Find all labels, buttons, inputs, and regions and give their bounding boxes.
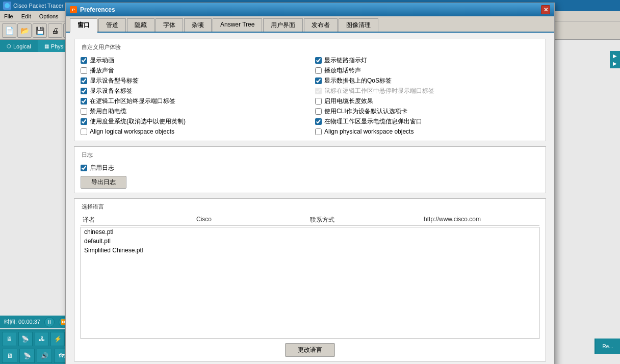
cb-metric-input[interactable]: [81, 118, 87, 125]
dialog-title-left: P Preferences: [70, 6, 115, 13]
cb-cable-popup-input[interactable]: [315, 118, 322, 125]
log-section: 日志 启用日志 导出日志: [74, 146, 546, 193]
lang-col-cisco: Cisco: [196, 216, 310, 224]
cb-cable-popup-label[interactable]: 在物理工作区显示电缆信息弹出窗口: [324, 117, 422, 126]
cb-port-label-always-label[interactable]: 在逻辑工作区始终显示端口标签: [90, 97, 175, 106]
cb-link-lights-label[interactable]: 显示链路指示灯: [324, 56, 367, 65]
language-label: 选择语言: [81, 203, 539, 211]
cb-port-label-always: 在逻辑工作区始终显示端口标签: [81, 96, 305, 106]
dialog-title: Preferences: [80, 6, 115, 13]
language-section: 选择语言 译者 Cisco 联系方式 http://www.cisco.com …: [74, 198, 546, 361]
cb-align-physical-label[interactable]: Align physical workspace objects: [324, 128, 414, 135]
change-language-button[interactable]: 更改语言: [285, 343, 335, 357]
cb-device-model-input[interactable]: [81, 77, 87, 84]
lang-col-contact: 联系方式: [310, 216, 424, 224]
cb-device-model: 显示设备型号标签: [81, 75, 305, 86]
cb-play-sound: 播放声音: [81, 65, 305, 75]
lang-col-url: http://www.cisco.com: [424, 216, 537, 224]
lang-item-chinese[interactable]: chinese.ptl: [81, 227, 539, 237]
cb-qos-tag-input[interactable]: [315, 77, 322, 84]
tab-user-interface[interactable]: 用户界面: [263, 18, 303, 32]
cb-align-logical-label[interactable]: Align logical workspace objects: [90, 128, 174, 135]
cb-cable-popup: 在物理工作区显示电缆信息弹出窗口: [315, 116, 539, 126]
cb-metric-label[interactable]: 使用度量系统(取消选中以使用英制): [90, 117, 186, 126]
lang-item-default[interactable]: default.ptl: [81, 237, 539, 246]
cb-hover-port: 鼠标在逻辑工作区中悬停时显示端口标签: [315, 86, 539, 96]
checkbox-grid: 显示动画 播放声音 显示设备型号标签 显示设备名标签: [81, 55, 539, 137]
dialog-icon: P: [70, 6, 77, 13]
cb-disable-cable-input[interactable]: [81, 108, 87, 115]
dialog-close-button[interactable]: ✕: [541, 5, 550, 14]
cb-play-sound-input[interactable]: [81, 67, 87, 74]
cb-play-sound-label[interactable]: 播放声音: [90, 66, 114, 75]
cb-device-name: 显示设备名标签: [81, 86, 305, 96]
tab-image-clear[interactable]: 图像清理: [339, 18, 378, 32]
cb-align-logical: Align logical workspace objects: [81, 126, 305, 137]
cb-disable-cable: 禁用自助电缆: [81, 106, 305, 116]
tab-publisher[interactable]: 发布者: [304, 18, 338, 32]
cb-cable-length-label[interactable]: 启用电缆长度效果: [324, 97, 373, 106]
cb-link-lights: 显示链路指示灯: [315, 55, 539, 65]
cb-enable-log-label[interactable]: 启用日志: [90, 164, 114, 172]
tab-pipe[interactable]: 管道: [98, 18, 126, 32]
cb-cli-default-label[interactable]: 使用CLI作为设备默认认选项卡: [324, 107, 407, 116]
cb-cli-default: 使用CLI作为设备默认认选项卡: [315, 106, 539, 116]
cb-phone-ring: 播放电话铃声: [315, 65, 539, 75]
cb-hover-port-label: 鼠标在逻辑工作区中悬停时显示端口标签: [324, 87, 434, 95]
export-log-button[interactable]: 导出日志: [81, 176, 126, 189]
cb-enable-log: 启用日志: [81, 163, 539, 173]
cb-show-animation-label[interactable]: 显示动画: [90, 56, 114, 65]
cb-cli-default-input[interactable]: [315, 108, 322, 115]
dialog-overlay: P Preferences ✕ 窗口 管道 隐藏 字体 杂项 Answer Tr…: [0, 0, 620, 364]
dialog-tabs: 窗口 管道 隐藏 字体 杂项 Answer Tree 用户界面 发布者 图像清理: [66, 16, 554, 33]
cb-metric: 使用度量系统(取消选中以使用英制): [81, 116, 305, 126]
checkbox-col-right: 显示链路指示灯 播放电话铃声 显示数据包上的QoS标签 鼠标在逻辑工作: [315, 55, 539, 137]
tab-answer-tree[interactable]: Answer Tree: [213, 18, 262, 32]
tab-font[interactable]: 字体: [156, 18, 183, 32]
cb-disable-cable-label[interactable]: 禁用自助电缆: [90, 107, 126, 116]
tab-window[interactable]: 窗口: [70, 18, 97, 33]
preferences-dialog: P Preferences ✕ 窗口 管道 隐藏 字体 杂项 Answer Tr…: [65, 3, 555, 364]
dialog-content: 自定义用户体验 显示动画 播放声音: [66, 33, 554, 364]
cb-phone-ring-input[interactable]: [315, 67, 322, 74]
dialog-titlebar: P Preferences ✕: [66, 3, 554, 16]
cb-enable-log-input[interactable]: [81, 165, 87, 171]
cb-device-model-label[interactable]: 显示设备型号标签: [90, 76, 139, 85]
cb-show-animation: 显示动画: [81, 55, 305, 65]
lang-item-simplified-chinese[interactable]: Simplified Chinese.ptl: [81, 246, 539, 255]
cb-show-animation-input[interactable]: [81, 57, 87, 64]
cb-phone-ring-label[interactable]: 播放电话铃声: [324, 66, 361, 75]
cb-align-logical-input[interactable]: [81, 128, 87, 135]
checkbox-col-left: 显示动画 播放声音 显示设备型号标签 显示设备名标签: [81, 55, 305, 137]
cb-port-label-always-input[interactable]: [81, 98, 87, 105]
cb-link-lights-input[interactable]: [315, 57, 322, 64]
tab-misc[interactable]: 杂项: [184, 18, 212, 32]
cb-cable-length: 启用电缆长度效果: [315, 96, 539, 106]
lang-col-translator: 译者: [83, 216, 196, 224]
cb-qos-tag-label[interactable]: 显示数据包上的QoS标签: [324, 76, 392, 85]
cb-hover-port-input: [315, 88, 322, 94]
cb-align-physical-input[interactable]: [315, 128, 322, 135]
cb-device-name-label[interactable]: 显示设备名标签: [90, 87, 133, 95]
tab-hidden[interactable]: 隐藏: [127, 18, 154, 32]
language-list: chinese.ptl default.ptl Simplified Chine…: [81, 227, 539, 339]
cb-qos-tag: 显示数据包上的QoS标签: [315, 75, 539, 86]
customize-section: 自定义用户体验 显示动画 播放声音: [74, 39, 546, 141]
cb-align-physical: Align physical workspace objects: [315, 126, 539, 137]
cb-cable-length-input[interactable]: [315, 98, 322, 105]
lang-header: 译者 Cisco 联系方式 http://www.cisco.com: [81, 215, 539, 226]
log-section-label: 日志: [81, 151, 539, 159]
cb-device-name-input[interactable]: [81, 88, 87, 94]
customize-label: 自定义用户体验: [81, 43, 539, 51]
